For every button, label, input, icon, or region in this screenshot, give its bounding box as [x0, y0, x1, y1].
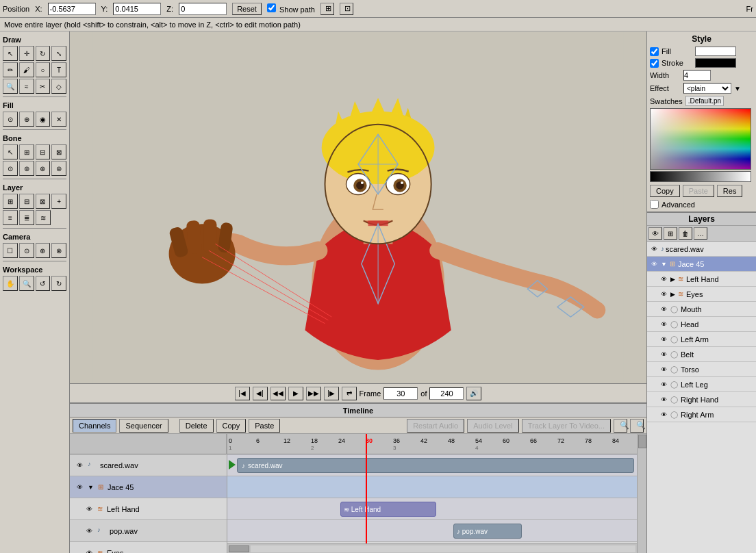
layer-vis-leftleg[interactable]: 👁	[658, 379, 669, 390]
track-label-popwav[interactable]: 👁 ♪ pop.wav	[70, 520, 227, 542]
tool-fill1[interactable]: ⊙	[3, 112, 18, 127]
track-vis-popwav[interactable]: 👁	[84, 526, 94, 537]
tool-pen[interactable]: ✏	[3, 62, 18, 77]
tool-shape[interactable]: ○	[36, 62, 51, 77]
width-input[interactable]	[683, 70, 711, 81]
track-label-eyes[interactable]: 👁 ≋ Eyes	[70, 542, 227, 553]
tool-pointer[interactable]: ↖	[3, 46, 18, 61]
restart-audio-button[interactable]: Restart Audio	[407, 419, 464, 433]
swatches-file[interactable]: .Default.pn	[685, 96, 724, 106]
zoom-out-button[interactable]: 🔍	[614, 419, 627, 433]
tool-bone3[interactable]: ⊟	[36, 144, 51, 159]
tool-fill2[interactable]: ⊕	[19, 112, 34, 127]
stroke-checkbox[interactable]	[650, 59, 659, 68]
layer-item-rightarm[interactable]: 👁 ◯ Right Arm	[647, 407, 756, 422]
track-vis-eyes[interactable]: 👁	[84, 548, 94, 554]
reset-button[interactable]: Reset	[232, 3, 262, 15]
advanced-checkbox[interactable]	[650, 200, 659, 209]
tool-cam1[interactable]: ☐	[3, 243, 18, 258]
effect-select[interactable]: <plain	[683, 83, 731, 94]
tool-layer5[interactable]: ≡	[3, 210, 18, 225]
copy-button[interactable]: Copy	[216, 419, 247, 433]
track-label-jace[interactable]: 👁 ▼ ⊞ Jace 45	[70, 476, 227, 498]
tool-ws2[interactable]: 🔍	[19, 276, 34, 291]
tool-layer3[interactable]: ⊠	[36, 194, 51, 209]
track-label-lefthand[interactable]: 👁 ≋ Left Hand	[70, 498, 227, 520]
paste-button[interactable]: Paste	[249, 419, 280, 433]
show-path-checkbox[interactable]	[267, 3, 276, 12]
tool-cam2[interactable]: ⊙	[19, 243, 34, 258]
tool-bone4[interactable]: ⊠	[51, 144, 66, 159]
play-to-start-button[interactable]: |◀	[235, 387, 250, 400]
layer-vis-rightarm[interactable]: 👁	[658, 409, 669, 420]
tool-bone6[interactable]: ⊚	[19, 161, 34, 176]
brightness-slider[interactable]	[650, 171, 751, 182]
delete-button[interactable]: Delete	[179, 419, 214, 433]
tool-eyedrop[interactable]: 🔍	[3, 79, 18, 94]
track-layer-button[interactable]: Track Layer To Video...	[522, 419, 611, 433]
layer-vis-eyes[interactable]: 👁	[658, 289, 669, 300]
reset-style-button[interactable]: Res	[717, 185, 743, 197]
layer-tool-delete[interactable]: 🗑	[679, 227, 692, 240]
tool-bone1[interactable]: ↖	[3, 144, 18, 159]
z-input[interactable]	[179, 3, 227, 15]
zoom-in-button[interactable]: 🔍	[630, 419, 644, 433]
tool-cam3[interactable]: ⊕	[36, 243, 51, 258]
tool-scissors[interactable]: ✂	[36, 79, 51, 94]
track-vis-lefthand[interactable]: 👁	[84, 504, 94, 515]
tool-del-fill[interactable]: ✕	[51, 112, 66, 127]
layer-vis-head[interactable]: 👁	[658, 319, 669, 330]
tool-ws3[interactable]: ↺	[36, 276, 51, 291]
color-picker[interactable]	[650, 108, 751, 170]
tool-layer6[interactable]: ≣	[19, 210, 34, 225]
layer-item-leftleg[interactable]: 👁 ◯ Left Leg	[647, 377, 756, 392]
layer-vis-lefthand[interactable]: 👁	[658, 274, 669, 285]
step-fwd2-button[interactable]: |▶	[324, 387, 339, 400]
tool-cam4[interactable]: ⊗	[51, 243, 66, 258]
layer-item-eyes[interactable]: 👁 ▶ ≋ Eyes	[647, 287, 756, 302]
copy-style-button[interactable]: Copy	[650, 185, 680, 197]
layer-item-righthand[interactable]: 👁 ◯ Right Hand	[647, 392, 756, 407]
step-fwd-button[interactable]: ▶▶	[306, 387, 321, 400]
tool-ws4[interactable]: ↻	[51, 276, 66, 291]
tool-bone2[interactable]: ⊞	[19, 144, 34, 159]
x-input[interactable]	[48, 3, 96, 15]
tool-warp[interactable]: ≈	[19, 79, 34, 94]
tool-bone7[interactable]: ⊛	[36, 161, 51, 176]
layer-item-leftarm[interactable]: 👁 ◯ Left Arm	[647, 332, 756, 347]
layer-item-belt[interactable]: 👁 ◯ Belt	[647, 347, 756, 362]
tool-rotate[interactable]: ↻	[36, 46, 51, 61]
layer-vis-leftarm[interactable]: 👁	[658, 334, 669, 345]
fill-color-swatch[interactable]	[695, 47, 736, 56]
tool-add-layer[interactable]: +	[51, 194, 66, 209]
frame-input[interactable]	[383, 387, 418, 400]
y-input[interactable]	[113, 3, 161, 15]
layer-item-lefthand[interactable]: 👁 ▶ ≋ Left Hand	[647, 272, 756, 287]
tool-ws1[interactable]: ✋	[3, 276, 18, 291]
track-label-scared[interactable]: 👁 ♪ scared.wav	[70, 454, 227, 476]
tool-scale[interactable]: ⤡	[51, 46, 66, 61]
tool-layer7[interactable]: ≋	[36, 210, 51, 225]
paste-style-button[interactable]: Paste	[683, 185, 714, 197]
track-vis-scared[interactable]: 👁	[74, 460, 85, 471]
tool-fill3[interactable]: ◉	[36, 112, 51, 127]
tool-layer2[interactable]: ⊟	[19, 194, 34, 209]
layer-item-mouth[interactable]: 👁 ◯ Mouth	[647, 302, 756, 317]
audio-level-button[interactable]: Audio Level	[467, 419, 519, 433]
tool-layer1[interactable]: ⊞	[3, 194, 18, 209]
audio-button[interactable]: 🔊	[466, 387, 481, 400]
layer-vis-torso[interactable]: 👁	[658, 364, 669, 375]
layer-item-jace[interactable]: 👁 ▼ ⊞ Jace 45	[647, 257, 756, 272]
step-back2-button[interactable]: ◀◀	[270, 387, 286, 400]
layer-vis-belt[interactable]: 👁	[658, 349, 669, 360]
layer-vis-jace[interactable]: 👁	[648, 259, 659, 270]
play-button[interactable]: ▶	[288, 387, 303, 400]
channels-tab[interactable]: Channels	[73, 419, 116, 433]
expand-button[interactable]: ⊡	[340, 3, 353, 15]
tool-text[interactable]: T	[51, 62, 66, 77]
layer-tool-copy[interactable]: ⊞	[664, 227, 677, 240]
tool-brush[interactable]: 🖌	[19, 62, 34, 77]
tool-bone8[interactable]: ⊜	[51, 161, 66, 176]
loop-button[interactable]: ⇄	[342, 387, 357, 400]
fit-button[interactable]: ⊞	[320, 3, 334, 15]
